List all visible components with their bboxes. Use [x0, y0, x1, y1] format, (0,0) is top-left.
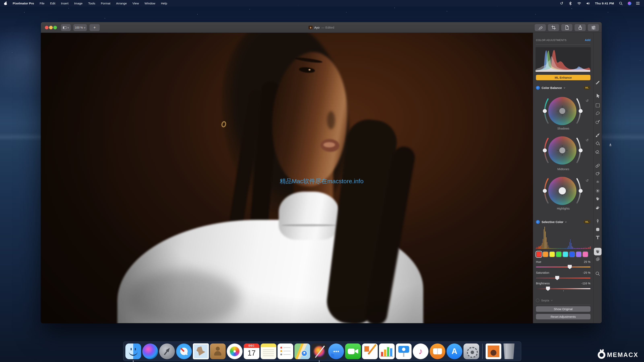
swatch-red[interactable]	[536, 251, 542, 257]
dock-keynote[interactable]	[396, 344, 412, 359]
menu-window[interactable]: Window	[144, 1, 155, 5]
color-balance-label[interactable]: Color Balance	[542, 86, 562, 89]
dock-siri[interactable]	[142, 344, 158, 359]
sepia-label[interactable]: Sepia	[541, 299, 549, 302]
selective-color-row[interactable]: ✓ Selective Color ∨ ML	[536, 219, 590, 224]
ml-enhance-button[interactable]: ML Enhance	[536, 75, 590, 80]
title-bar[interactable]: ∨ 100 % ∨ + Ayo — Edited	[41, 22, 602, 33]
swatch-green[interactable]	[556, 251, 562, 257]
highlights-left-arc-knob[interactable]	[543, 189, 547, 193]
sepia-row[interactable]: Sepia ∨	[536, 299, 590, 302]
saturation-slider-knob[interactable]	[555, 276, 559, 280]
arrange-tool-icon[interactable]	[595, 93, 601, 99]
highlights-wheel-knob[interactable]	[559, 187, 566, 194]
apple-menu-icon[interactable]	[4, 1, 7, 5]
add-adjustment-link[interactable]: Add	[585, 38, 590, 42]
wifi-icon[interactable]	[577, 1, 581, 5]
dock-safari[interactable]	[176, 344, 192, 359]
menu-app-name[interactable]: Pixelmator Pro	[13, 1, 34, 5]
type-tool-icon[interactable]	[595, 235, 601, 241]
midtones-wheel-knob[interactable]	[559, 147, 565, 153]
shadows-left-arc-knob[interactable]	[543, 109, 547, 113]
midtones-left-arc-knob[interactable]	[543, 148, 547, 152]
dock-numbers[interactable]	[379, 344, 395, 359]
crop-button[interactable]	[548, 24, 559, 31]
dock-messages[interactable]	[328, 344, 344, 359]
menu-image[interactable]: Image	[74, 1, 82, 5]
hue-slider-knob[interactable]	[568, 265, 572, 269]
menu-view[interactable]: View	[132, 1, 139, 5]
brightness-slider-knob[interactable]	[546, 287, 550, 291]
color-balance-checkbox[interactable]: ✓	[536, 86, 540, 90]
bluetooth-icon[interactable]	[568, 1, 572, 5]
dock-trash[interactable]	[502, 344, 516, 359]
dock-pixelmator-pro[interactable]	[311, 344, 327, 359]
dock-itunes[interactable]: ♪	[413, 344, 428, 359]
sharpen-tool-icon[interactable]	[595, 179, 601, 185]
menu-tools[interactable]: Tools	[88, 1, 95, 5]
zoom-level-button[interactable]: 100 % ∨	[74, 24, 87, 31]
dock-contacts[interactable]	[210, 344, 226, 359]
clone-tool-icon[interactable]	[595, 171, 601, 177]
pen-tool-icon[interactable]	[595, 218, 601, 224]
rect-select-tool-icon[interactable]	[595, 102, 601, 108]
menu-arrange[interactable]: Arrange	[116, 1, 127, 5]
dock-calendar[interactable]: DEC 17	[244, 344, 260, 359]
swatch-cyan[interactable]	[562, 251, 568, 257]
soften-tool-icon[interactable]	[595, 196, 601, 202]
selective-color-label[interactable]: Selective Color	[542, 220, 563, 224]
dock-system-preferences[interactable]	[464, 344, 479, 359]
time-machine-icon[interactable]: ↺	[560, 1, 564, 5]
freehand-select-tool-icon[interactable]	[595, 111, 601, 117]
sepia-checkbox[interactable]	[536, 299, 539, 302]
dock-app-store[interactable]: A	[446, 344, 462, 359]
dock-finder[interactable]	[126, 344, 141, 359]
dock-facetime[interactable]	[345, 344, 361, 359]
dock-photos[interactable]	[227, 344, 242, 359]
repair-tool-icon[interactable]	[595, 163, 601, 169]
share-button[interactable]	[574, 24, 586, 31]
dock-recent-document[interactable]	[486, 344, 501, 359]
shadows-wheel-knob[interactable]	[559, 108, 565, 114]
ml-badge[interactable]: ML	[584, 220, 590, 224]
shape-tool-icon[interactable]	[595, 226, 601, 233]
siri-icon[interactable]	[628, 1, 631, 5]
menu-help[interactable]: Help	[161, 1, 167, 5]
menu-format[interactable]: Format	[101, 1, 110, 5]
hue-slider[interactable]	[536, 267, 590, 268]
brightness-slider[interactable]	[536, 288, 590, 289]
dock-pages[interactable]	[362, 344, 378, 359]
format-brush-tool-icon[interactable]	[595, 79, 601, 85]
fill-tool-icon[interactable]	[595, 141, 601, 147]
swatch-purple[interactable]	[576, 251, 582, 257]
swatch-yellow[interactable]	[549, 251, 555, 257]
image-canvas[interactable]: 精品Mac软件尽在macstore.info	[41, 33, 533, 323]
dock-reminders[interactable]	[278, 344, 293, 359]
reset-icon[interactable]: ↺	[586, 138, 589, 142]
menu-clock[interactable]: Thu 9:41 PM	[595, 1, 614, 5]
color-balance-row[interactable]: ✓ Color Balance ∨ ML	[536, 85, 590, 90]
minimize-button[interactable]	[49, 26, 53, 29]
reset-icon[interactable]: ↺	[586, 99, 589, 103]
shadows-right-arc-knob[interactable]	[578, 109, 582, 113]
dock-books[interactable]	[430, 344, 445, 359]
settings-sliders-button[interactable]	[588, 24, 599, 31]
color-adjustments-tool-icon[interactable]	[594, 248, 602, 255]
retouch-button[interactable]	[535, 24, 546, 31]
swatch-blue[interactable]	[569, 251, 575, 257]
highlights-right-arc-knob[interactable]	[578, 189, 582, 193]
paint-tool-icon[interactable]	[595, 132, 601, 138]
erase-tool-icon[interactable]	[595, 148, 601, 154]
dock-maps[interactable]	[294, 344, 310, 359]
effects-tool-icon[interactable]	[595, 256, 601, 262]
midtones-right-arc-knob[interactable]	[578, 148, 582, 152]
selective-color-checkbox[interactable]: ✓	[536, 220, 540, 224]
view-options-button[interactable]: ∨	[61, 24, 71, 31]
menu-file[interactable]: File	[40, 1, 44, 5]
smart-select-tool-icon[interactable]	[595, 119, 601, 125]
menu-insert[interactable]: Insert	[61, 1, 69, 5]
reset-icon[interactable]: ↺	[586, 179, 589, 182]
swatch-pink[interactable]	[582, 251, 588, 257]
reset-adjustments-button[interactable]: Reset Adjustments	[536, 314, 590, 319]
new-document-button[interactable]	[561, 24, 572, 31]
